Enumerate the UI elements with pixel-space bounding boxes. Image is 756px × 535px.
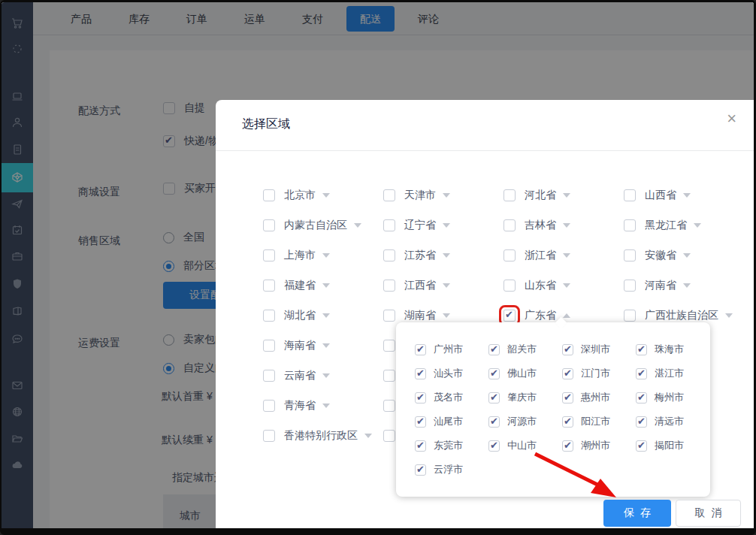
chevron-down-icon[interactable]: [683, 193, 691, 198]
chevron-down-icon[interactable]: [322, 373, 330, 378]
city-item-江门市[interactable]: 江门市: [562, 361, 636, 385]
chevron-down-icon[interactable]: [354, 223, 361, 228]
chevron-down-icon[interactable]: [443, 283, 450, 288]
checkbox[interactable]: [503, 249, 516, 261]
checkbox[interactable]: [624, 249, 636, 261]
city-item-韶关市[interactable]: 韶关市: [488, 337, 562, 361]
city-item-茂名市[interactable]: 茂名市: [415, 385, 488, 410]
city-item-云浮市[interactable]: 云浮市: [415, 458, 488, 482]
city-item-揭阳市[interactable]: 揭阳市: [636, 434, 709, 458]
city-item-佛山市[interactable]: 佛山市: [488, 361, 562, 385]
province-item-山西省[interactable]: 山西省: [624, 180, 744, 210]
checkbox[interactable]: [624, 219, 636, 231]
checkbox[interactable]: [624, 189, 636, 201]
checkbox-checked[interactable]: [415, 344, 426, 355]
checkbox-checked[interactable]: [415, 464, 426, 476]
chevron-down-icon[interactable]: [322, 253, 330, 258]
checkbox[interactable]: [383, 310, 395, 322]
chevron-down-icon[interactable]: [443, 223, 450, 228]
province-item-上海市[interactable]: 上海市: [263, 240, 383, 271]
province-item-江苏省[interactable]: 江苏省: [383, 240, 503, 271]
city-item-肇庆市[interactable]: 肇庆市: [488, 385, 562, 410]
checkbox[interactable]: [383, 430, 395, 442]
checkbox-checked[interactable]: [636, 392, 647, 404]
checkbox-checked[interactable]: [488, 392, 500, 404]
province-item-山东省[interactable]: 山东省: [503, 271, 624, 301]
checkbox[interactable]: [263, 400, 275, 412]
checkbox[interactable]: [263, 430, 275, 442]
city-item-汕尾市[interactable]: 汕尾市: [415, 410, 488, 434]
checkbox[interactable]: [624, 280, 636, 292]
cancel-button[interactable]: 取消: [676, 500, 741, 527]
checkbox[interactable]: [263, 310, 275, 322]
save-button[interactable]: 保存: [603, 500, 671, 527]
checkbox[interactable]: [383, 280, 395, 292]
chevron-down-icon[interactable]: [364, 434, 372, 438]
city-item-湛江市[interactable]: 湛江市: [636, 361, 709, 385]
chevron-down-icon[interactable]: [322, 193, 330, 198]
checkbox-checked[interactable]: [562, 440, 573, 452]
chevron-down-icon[interactable]: [322, 404, 330, 408]
province-item-黑龙江省[interactable]: 黑龙江省: [624, 210, 744, 240]
province-item-福建省[interactable]: 福建省: [263, 271, 383, 301]
province-item-吉林省[interactable]: 吉林省: [503, 210, 624, 240]
checkbox[interactable]: [263, 280, 275, 292]
close-icon[interactable]: ×: [727, 110, 736, 127]
chevron-down-icon[interactable]: [443, 193, 450, 198]
city-item-清远市[interactable]: 清远市: [636, 410, 709, 434]
checkbox[interactable]: [383, 400, 395, 412]
checkbox-checked[interactable]: [636, 416, 647, 428]
chevron-down-icon[interactable]: [563, 193, 570, 198]
province-item-云南省[interactable]: 云南省: [263, 361, 383, 391]
chevron-down-icon[interactable]: [322, 343, 330, 348]
chevron-down-icon[interactable]: [322, 283, 330, 288]
province-item-香港特别行政区[interactable]: 香港特别行政区: [263, 421, 383, 451]
city-item-珠海市[interactable]: 珠海市: [636, 337, 709, 361]
province-item-北京市[interactable]: 北京市: [263, 180, 383, 210]
city-item-梅州市[interactable]: 梅州市: [636, 385, 709, 410]
checkbox-checked[interactable]: [488, 344, 500, 355]
province-item-安徽省[interactable]: 安徽省: [624, 240, 744, 271]
checkbox[interactable]: [383, 370, 395, 382]
chevron-down-icon[interactable]: [563, 223, 570, 228]
city-item-阳江市[interactable]: 阳江市: [562, 410, 636, 434]
checkbox-checked[interactable]: [488, 416, 500, 428]
checkbox[interactable]: [263, 219, 275, 231]
checkbox[interactable]: [503, 280, 516, 292]
chevron-down-icon[interactable]: [694, 223, 701, 228]
checkbox-checked[interactable]: [562, 416, 573, 428]
city-item-汕头市[interactable]: 汕头市: [415, 361, 488, 385]
checkbox-checked[interactable]: [636, 440, 647, 452]
city-item-东莞市[interactable]: 东莞市: [415, 434, 488, 458]
province-item-湖北省[interactable]: 湖北省: [263, 301, 383, 331]
checkbox[interactable]: [383, 189, 395, 201]
checkbox-checked[interactable]: [488, 440, 500, 452]
province-item-海南省[interactable]: 海南省: [263, 331, 383, 361]
checkbox[interactable]: [383, 340, 395, 352]
chevron-down-icon[interactable]: [683, 283, 691, 288]
province-item-浙江省[interactable]: 浙江省: [503, 240, 624, 271]
province-item-江西省[interactable]: 江西省: [383, 271, 503, 301]
province-item-天津市[interactable]: 天津市: [383, 180, 503, 210]
checkbox-checked[interactable]: [562, 344, 573, 355]
checkbox-checked[interactable]: [415, 392, 426, 404]
checkbox[interactable]: [263, 249, 275, 261]
chevron-down-icon[interactable]: [683, 253, 691, 258]
province-item-青海省[interactable]: 青海省: [263, 391, 383, 421]
checkbox[interactable]: [263, 370, 275, 382]
city-item-河源市[interactable]: 河源市: [488, 410, 562, 434]
chevron-down-icon[interactable]: [563, 253, 570, 258]
checkbox[interactable]: [383, 219, 395, 231]
chevron-down-icon[interactable]: [322, 313, 330, 318]
chevron-down-icon[interactable]: [443, 253, 450, 258]
province-item-河南省[interactable]: 河南省: [624, 271, 744, 301]
checkbox[interactable]: [383, 249, 395, 261]
checkbox-checked[interactable]: [562, 368, 573, 379]
checkbox[interactable]: [503, 189, 516, 201]
city-item-潮州市[interactable]: 潮州市: [562, 434, 636, 458]
chevron-up-icon[interactable]: [563, 313, 570, 318]
province-item-河北省[interactable]: 河北省: [503, 180, 624, 210]
province-item-辽宁省[interactable]: 辽宁省: [383, 210, 503, 240]
chevron-down-icon[interactable]: [563, 283, 570, 288]
checkbox-checked[interactable]: [415, 368, 426, 379]
